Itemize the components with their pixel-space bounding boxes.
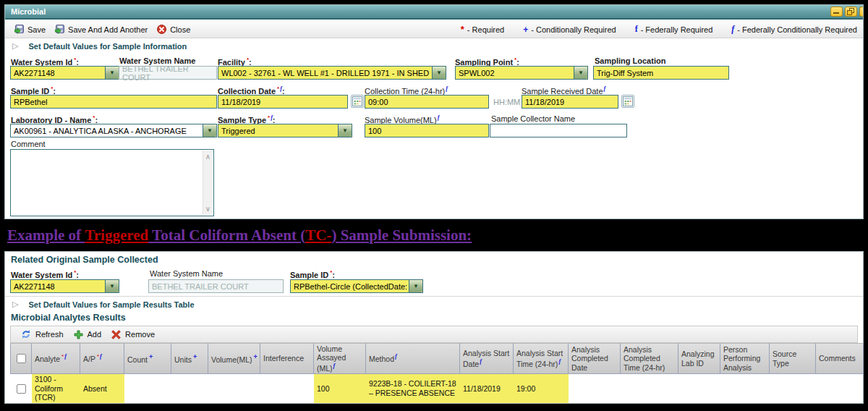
close-label: Close — [170, 25, 190, 34]
collection-date-input[interactable] — [218, 95, 348, 109]
banner-text-segment: ) Sample Submission: — [331, 226, 472, 245]
expander-icon: ▷ — [12, 300, 18, 309]
cell-volume-assayed: 100 — [314, 374, 366, 403]
window-title: Microbial — [5, 7, 46, 16]
main-toolbar: Save Save And Add Another Close *- Requi… — [5, 21, 863, 38]
comment-textarea[interactable]: ∧ ∨ — [10, 149, 214, 216]
related-sample-id-select[interactable]: RPBethel-Circle (CollectedDate: 11 ▼ — [290, 279, 423, 293]
set-default-results-expander[interactable]: ▷ Set Default Values for Sample Results … — [12, 300, 195, 309]
facility-select[interactable]: WL002 - 32761 - WL WELL #1 - DRILLED 197… — [218, 66, 446, 80]
cell-method: 9223B-18 - COLILERT-18 – PRESENCE ABSENC… — [366, 374, 460, 403]
federally-conditionally-required-text: - Federally Conditionally Required — [737, 25, 857, 34]
save-and-add-another-label: Save And Add Another — [68, 25, 148, 34]
refresh-icon — [21, 329, 31, 339]
set-default-results-label: Set Default Values for Sample Results Ta… — [28, 300, 194, 309]
water-system-id-select[interactable]: AK2271148 ▼ — [10, 66, 119, 80]
sample-collector-name-input[interactable] — [490, 124, 627, 137]
cell-source-type — [770, 374, 816, 403]
divider — [5, 296, 863, 297]
col-header-analysis-start-date: Analysis Start Datef — [460, 343, 514, 374]
calendar-icon — [352, 96, 362, 106]
save-button[interactable]: Save — [14, 25, 46, 34]
collection-time-input[interactable] — [365, 95, 489, 109]
textarea-scrollbar[interactable]: ∧ ∨ — [203, 151, 213, 215]
remove-button[interactable]: Remove — [111, 330, 155, 339]
col-header-interference: Interference — [260, 343, 314, 374]
col-header-source-type: Source Type — [770, 343, 816, 374]
banner-text-segment: TC- — [305, 226, 331, 245]
cell-ap: Absent — [80, 374, 124, 403]
close-button[interactable]: Close — [157, 25, 190, 34]
microbial-analytes-results-heading: Microbial Analytes Results — [11, 313, 126, 323]
collection-time-label: Collection Time (24-hr)f — [365, 85, 448, 96]
sample-collector-name-label: Sample Collector Name — [491, 114, 575, 123]
laboratory-id-name-select[interactable]: AK00961 - ANALYTICA ALASKA - ANCHORAGE ▼ — [10, 124, 217, 137]
scroll-up-icon[interactable]: ∧ — [205, 153, 210, 161]
set-default-sample-info-label: Set Default Values for Sample Informatio… — [28, 42, 187, 51]
cell-interference — [260, 374, 314, 403]
dropdown-arrow-icon[interactable]: ▼ — [105, 280, 119, 292]
sample-type-label: Sample Type*f: — [218, 114, 276, 124]
required-symbol: * — [461, 24, 464, 35]
microbial-window: Microbial Save — [4, 4, 864, 219]
federally-conditionally-required-symbol: f — [731, 24, 734, 35]
sample-received-date-label: Sample Received Datef — [522, 85, 605, 96]
related-sample-panel: Related Original Sample Collected Water … — [4, 251, 864, 404]
col-header-analysis-completed-date: Analysis Completed Date — [569, 343, 621, 374]
table-header-row: Analyte*f A/P*f Count+ Units+ Volume(ML)… — [10, 343, 864, 374]
laboratory-id-name-label: Laboratory ID - Name*: — [11, 114, 98, 124]
save-and-add-another-button[interactable]: Save And Add Another — [55, 25, 148, 34]
restore-button[interactable] — [845, 7, 857, 17]
sampling-point-label: Sampling Point*: — [455, 56, 519, 67]
col-header-analysis-completed-time: Analysis Completed Time (24-hr) — [621, 343, 678, 374]
analytes-results-table: Analyte*f A/P*f Count+ Units+ Volume(ML)… — [10, 343, 864, 403]
row-checkbox[interactable] — [17, 384, 26, 394]
col-header-analysis-start-time: Analysis Start Time (24-hr)f — [514, 343, 569, 374]
water-system-name-field: BETHEL TRAILER COURT — [119, 66, 217, 80]
set-default-sample-info-expander[interactable]: ▷ Set Default Values for Sample Informat… — [12, 41, 187, 51]
col-header-analyte: Analyte*f — [32, 343, 80, 374]
minimize-button[interactable] — [830, 7, 843, 17]
save-icon — [55, 25, 64, 34]
dropdown-arrow-icon[interactable]: ▼ — [203, 124, 216, 137]
dropdown-arrow-icon[interactable]: ▼ — [574, 67, 587, 79]
banner-text-segment: Triggered — [85, 226, 148, 245]
time-format-hint: HH:MM — [493, 98, 520, 106]
refresh-button[interactable]: Refresh — [21, 329, 64, 339]
sample-received-date-calendar-button[interactable] — [621, 95, 634, 108]
sample-id-input[interactable] — [10, 95, 217, 109]
cell-person-performing — [720, 374, 770, 403]
dropdown-arrow-icon[interactable]: ▼ — [105, 67, 119, 79]
dropdown-arrow-icon[interactable]: ▼ — [338, 124, 352, 137]
cell-analyte: 3100 - Coliform (TCR) — [32, 374, 80, 403]
add-button[interactable]: Add — [74, 330, 102, 339]
table-row[interactable]: 3100 - Coliform (TCR) Absent 100 9223B-1… — [10, 374, 864, 403]
related-water-system-id-label: Water System Id*: — [11, 269, 79, 279]
related-sample-id-label: Sample ID*: — [290, 269, 335, 279]
calendar-icon — [623, 96, 633, 106]
federally-required-symbol: f — [635, 24, 638, 35]
cell-units — [171, 374, 208, 403]
close-window-button-partial[interactable] — [859, 7, 863, 17]
add-label: Add — [88, 330, 102, 339]
sample-type-select[interactable]: Triggered ▼ — [218, 124, 352, 137]
restore-icon — [847, 8, 855, 16]
related-water-system-name-field: BETHEL TRAILER COURT — [148, 279, 284, 293]
sampling-point-select[interactable]: SPWL002 ▼ — [455, 66, 588, 80]
refresh-label: Refresh — [35, 330, 64, 339]
related-water-system-name-label: Water System Name — [150, 269, 223, 278]
related-water-system-id-select[interactable]: AK2271148 ▼ — [10, 279, 119, 293]
sample-volume-input[interactable] — [365, 124, 489, 137]
collection-date-calendar-button[interactable] — [351, 95, 364, 108]
comment-label: Comment — [11, 140, 46, 148]
remove-icon — [111, 330, 121, 339]
dropdown-arrow-icon[interactable]: ▼ — [409, 280, 422, 292]
select-all-checkbox[interactable] — [17, 354, 26, 363]
col-header-units: Units+ — [171, 343, 208, 374]
scroll-down-icon[interactable]: ∨ — [205, 205, 210, 213]
field-legend: *- Required +- Conditionally Required f-… — [461, 24, 863, 35]
sampling-location-input[interactable] — [593, 66, 729, 80]
expander-icon: ▷ — [12, 41, 18, 51]
dropdown-arrow-icon[interactable]: ▼ — [432, 67, 446, 79]
sample-received-date-input[interactable] — [522, 95, 618, 109]
